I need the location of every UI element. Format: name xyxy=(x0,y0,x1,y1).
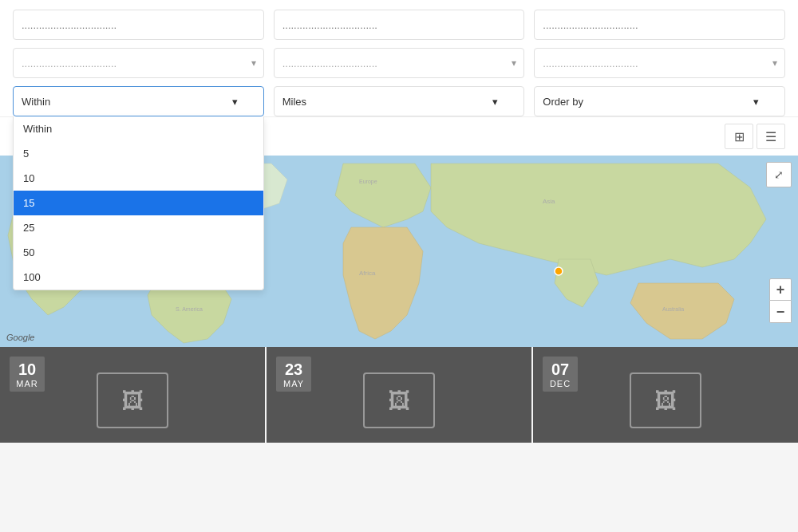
within-label: Within xyxy=(22,96,50,108)
event-image-1: 🖼 xyxy=(363,372,435,428)
search-input-1[interactable] xyxy=(13,10,264,40)
event-cards-row: 10 MAR 🖼 23 MAY 🖼 07 DEC 🖼 xyxy=(0,347,798,443)
select-row: ................................. ▾ ....… xyxy=(13,48,785,78)
list-icon: ☰ xyxy=(765,129,776,144)
map-fullscreen-button[interactable]: ⤢ xyxy=(766,162,792,187)
svg-point-7 xyxy=(555,267,563,275)
within-option-25[interactable]: 25 xyxy=(14,215,263,240)
grid-view-button[interactable]: ⊞ xyxy=(725,124,753,149)
within-option-50[interactable]: 50 xyxy=(14,240,263,265)
select-wrapper-2: ................................. ▾ xyxy=(274,48,525,78)
select-3[interactable]: ................................. xyxy=(534,48,785,78)
search-input-3[interactable] xyxy=(534,10,785,40)
within-option-10[interactable]: 10 xyxy=(14,166,263,191)
event-day-2: 07 xyxy=(549,360,571,379)
select-wrapper-3: ................................. ▾ xyxy=(534,48,785,78)
within-dropdown-wrapper: Within ▾ Within 5 10 15 25 50 100 xyxy=(13,86,264,116)
svg-text:Australia: Australia xyxy=(662,306,684,312)
within-option-100[interactable]: 100 xyxy=(14,265,263,290)
event-month-1: MAY xyxy=(282,379,305,388)
svg-text:Europe: Europe xyxy=(359,179,377,185)
within-dropdown-menu: Within 5 10 15 25 50 100 xyxy=(13,116,264,290)
image-placeholder-icon-0: 🖼 xyxy=(121,388,144,414)
event-card-2: 07 DEC 🖼 xyxy=(531,347,798,443)
google-logo: Google xyxy=(6,333,34,342)
select-2[interactable]: ................................. xyxy=(274,48,525,78)
image-placeholder-icon-1: 🖼 xyxy=(388,388,410,414)
within-option-15[interactable]: 15 xyxy=(14,191,263,215)
controls-area: ................................. ▾ ....… xyxy=(0,0,798,117)
within-option-5[interactable]: 5 xyxy=(14,141,263,166)
chevron-down-icon-miles: ▾ xyxy=(492,96,498,108)
svg-text:S. America: S. America xyxy=(176,306,203,312)
event-date-1: 23 MAY xyxy=(276,357,311,392)
miles-dropdown-wrapper: Miles ▾ xyxy=(274,86,525,116)
list-view-button[interactable]: ☰ xyxy=(757,124,785,149)
event-day-1: 23 xyxy=(282,360,305,379)
event-card-0: 10 MAR 🖼 xyxy=(0,347,265,443)
zoom-in-button[interactable]: + xyxy=(769,278,792,301)
chevron-down-icon-within: ▾ xyxy=(232,96,238,108)
fullscreen-icon: ⤢ xyxy=(774,168,784,181)
orderby-dropdown-button[interactable]: Order by ▾ xyxy=(534,86,785,116)
miles-label: Miles xyxy=(282,96,306,108)
miles-dropdown-button[interactable]: Miles ▾ xyxy=(274,86,525,116)
input-row-1 xyxy=(13,10,785,40)
grid-icon: ⊞ xyxy=(734,129,745,144)
event-date-2: 07 DEC xyxy=(543,357,578,392)
search-input-2[interactable] xyxy=(274,10,525,40)
within-option-within[interactable]: Within xyxy=(14,116,263,141)
event-month-0: MAR xyxy=(16,379,38,388)
event-month-2: DEC xyxy=(549,379,571,388)
orderby-label: Order by xyxy=(543,96,583,108)
event-image-2: 🖼 xyxy=(630,372,701,428)
orderby-dropdown-wrapper: Order by ▾ xyxy=(534,86,785,116)
event-day-0: 10 xyxy=(16,360,38,379)
zoom-out-button[interactable]: − xyxy=(769,301,792,323)
filter-row: Within ▾ Within 5 10 15 25 50 100 Miles … xyxy=(13,86,785,116)
event-image-0: 🖼 xyxy=(97,372,168,428)
within-dropdown-button[interactable]: Within ▾ xyxy=(13,86,264,116)
chevron-down-icon-orderby: ▾ xyxy=(753,96,759,108)
svg-text:Africa: Africa xyxy=(359,270,376,277)
svg-text:Asia: Asia xyxy=(543,198,555,205)
event-date-0: 10 MAR xyxy=(10,357,45,392)
select-wrapper-1: ................................. ▾ xyxy=(13,48,264,78)
select-1[interactable]: ................................. xyxy=(13,48,264,78)
map-zoom-controls: + − xyxy=(769,278,792,323)
image-placeholder-icon-2: 🖼 xyxy=(654,388,677,414)
event-card-1: 23 MAY 🖼 xyxy=(265,347,531,443)
